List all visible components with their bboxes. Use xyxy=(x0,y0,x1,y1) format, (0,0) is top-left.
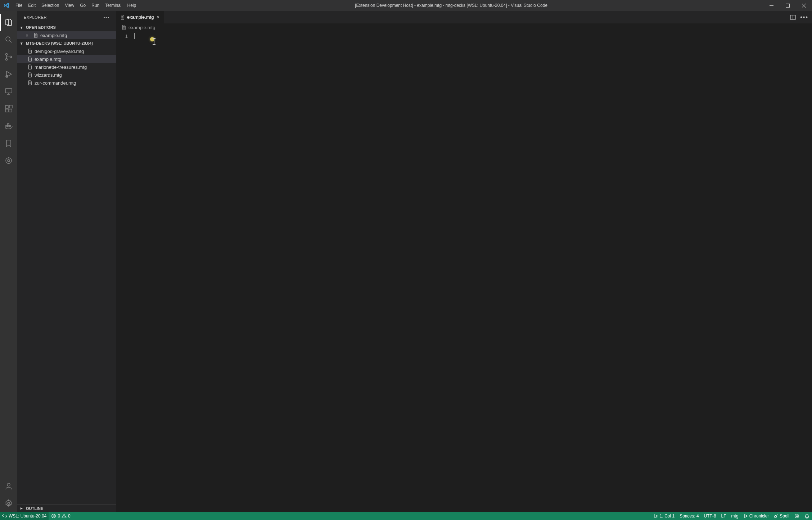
svg-rect-9 xyxy=(5,109,8,112)
svg-point-4 xyxy=(6,59,8,60)
window-title: [Extension Development Host] - example.m… xyxy=(139,3,763,8)
open-editor-filename: example.mtg xyxy=(40,33,67,38)
chronicler-status[interactable]: Chronicler xyxy=(741,512,772,520)
svg-rect-15 xyxy=(8,124,9,125)
close-editor-icon[interactable]: × xyxy=(23,33,31,38)
feedback-icon[interactable] xyxy=(792,512,802,520)
window-close-button[interactable] xyxy=(796,0,812,11)
titlebar: File Edit Selection View Go Run Terminal… xyxy=(0,0,812,11)
activity-explorer-icon[interactable] xyxy=(0,14,17,31)
tab-close-icon[interactable]: × xyxy=(156,14,160,20)
notifications-icon[interactable] xyxy=(802,512,812,520)
svg-point-23 xyxy=(795,514,799,518)
menu-go[interactable]: Go xyxy=(77,0,89,11)
spell-status[interactable]: Spell xyxy=(771,512,792,520)
file-tree-filename: marionette-treasures.mtg xyxy=(35,64,87,70)
activity-search-icon[interactable] xyxy=(0,31,17,48)
svg-rect-7 xyxy=(5,89,12,93)
cursor-position[interactable]: Ln 1, Col 1 xyxy=(651,512,677,520)
file-tree-item[interactable]: demigod-graveyard.mtg xyxy=(17,47,116,55)
menu-help[interactable]: Help xyxy=(125,0,139,11)
activity-bookmark-icon[interactable] xyxy=(0,135,17,152)
activity-gitlens-icon[interactable] xyxy=(0,152,17,169)
file-tree-filename: zur-commander.mtg xyxy=(35,80,76,86)
activity-bar xyxy=(0,11,17,512)
file-icon xyxy=(27,49,32,54)
file-tree-item[interactable]: example.mtg xyxy=(17,55,116,63)
svg-rect-13 xyxy=(8,125,9,127)
editor-more-icon[interactable]: ••• xyxy=(800,14,808,21)
activity-extensions-icon[interactable] xyxy=(0,100,17,117)
svg-point-22 xyxy=(775,516,777,518)
editor-area: example.mtg × ••• example.mtg 1 xyxy=(116,11,812,512)
tab-filename: example.mtg xyxy=(127,14,154,20)
eol-status[interactable]: LF xyxy=(719,512,729,520)
svg-rect-8 xyxy=(5,106,8,108)
open-editor-item[interactable]: × example.mtg xyxy=(17,31,116,39)
open-editors-label: OPEN EDITORS xyxy=(26,25,56,30)
menu-file[interactable]: File xyxy=(13,0,25,11)
menu-view[interactable]: View xyxy=(62,0,77,11)
menu-terminal[interactable]: Terminal xyxy=(102,0,124,11)
file-icon xyxy=(27,57,32,62)
file-tree-filename: demigod-graveyard.mtg xyxy=(35,49,84,54)
text-cursor xyxy=(134,33,135,39)
window-maximize-button[interactable] xyxy=(780,0,796,11)
activity-source-control-icon[interactable] xyxy=(0,48,17,66)
activity-accounts-icon[interactable] xyxy=(0,478,17,495)
file-icon xyxy=(27,64,32,70)
line-gutter: 1 xyxy=(116,31,134,512)
file-tree-item[interactable]: wizzards.mtg xyxy=(17,71,116,79)
activity-settings-icon[interactable] xyxy=(0,495,17,512)
file-tree-item[interactable]: marionette-treasures.mtg xyxy=(17,63,116,71)
file-tree-filename: wizzards.mtg xyxy=(35,72,62,78)
svg-rect-1 xyxy=(786,4,790,7)
sidebar-title: EXPLORER xyxy=(24,15,47,19)
mouse-text-cursor-icon xyxy=(154,38,154,45)
menu-bar: File Edit Selection View Go Run Terminal… xyxy=(13,0,139,11)
language-mode[interactable]: mtg xyxy=(729,512,741,520)
split-editor-icon[interactable] xyxy=(790,14,796,20)
breadcrumb-file: example.mtg xyxy=(128,25,155,30)
svg-point-5 xyxy=(10,56,12,58)
menu-edit[interactable]: Edit xyxy=(25,0,39,11)
file-icon xyxy=(120,15,125,20)
svg-rect-14 xyxy=(9,125,11,127)
indentation-status[interactable]: Spaces: 4 xyxy=(677,512,701,520)
activity-remote-explorer-icon[interactable] xyxy=(0,83,17,100)
vscode-logo-icon xyxy=(0,3,13,8)
window-minimize-button[interactable] xyxy=(763,0,780,11)
sidebar-more-icon[interactable]: ••• xyxy=(103,15,110,19)
svg-point-16 xyxy=(6,158,12,163)
spell-label: Spell xyxy=(780,514,789,519)
breadcrumb[interactable]: example.mtg xyxy=(116,23,812,31)
chevron-down-icon: ▾ xyxy=(19,25,24,30)
folder-section[interactable]: ▾ MTG-DECKS [WSL: UBUNTU-20.04] xyxy=(17,39,116,47)
problems-indicator[interactable]: 0 0 xyxy=(49,512,73,520)
errors-count: 0 xyxy=(58,514,60,519)
file-tree-filename: example.mtg xyxy=(35,57,61,62)
editor-tab[interactable]: example.mtg × xyxy=(116,11,164,23)
svg-rect-0 xyxy=(770,5,773,6)
status-bar: WSL: Ubuntu-20.04 0 0 Ln 1, Col 1 Spaces… xyxy=(0,512,812,520)
svg-point-3 xyxy=(6,54,8,55)
svg-point-18 xyxy=(7,483,10,486)
encoding-status[interactable]: UTF-8 xyxy=(702,512,719,520)
menu-selection[interactable]: Selection xyxy=(39,0,62,11)
activity-docker-icon[interactable] xyxy=(0,117,17,135)
code-surface[interactable] xyxy=(134,31,812,512)
chronicler-label: Chronicler xyxy=(749,514,769,519)
activity-run-debug-icon[interactable] xyxy=(0,66,17,83)
svg-rect-12 xyxy=(6,125,7,127)
folder-label: MTG-DECKS [WSL: UBUNTU-20.04] xyxy=(26,41,93,45)
file-icon xyxy=(33,33,38,38)
menu-run[interactable]: Run xyxy=(89,0,102,11)
remote-indicator[interactable]: WSL: Ubuntu-20.04 xyxy=(0,512,49,520)
chevron-right-icon: ▸ xyxy=(19,506,24,511)
file-tree-item[interactable]: zur-commander.mtg xyxy=(17,79,116,87)
svg-point-19 xyxy=(8,502,10,505)
outline-section[interactable]: ▸ OUTLINE xyxy=(17,504,116,512)
open-editors-section[interactable]: ▾ OPEN EDITORS xyxy=(17,23,116,31)
editor-body[interactable]: 1 xyxy=(116,31,812,512)
remote-label: WSL: Ubuntu-20.04 xyxy=(9,514,46,519)
